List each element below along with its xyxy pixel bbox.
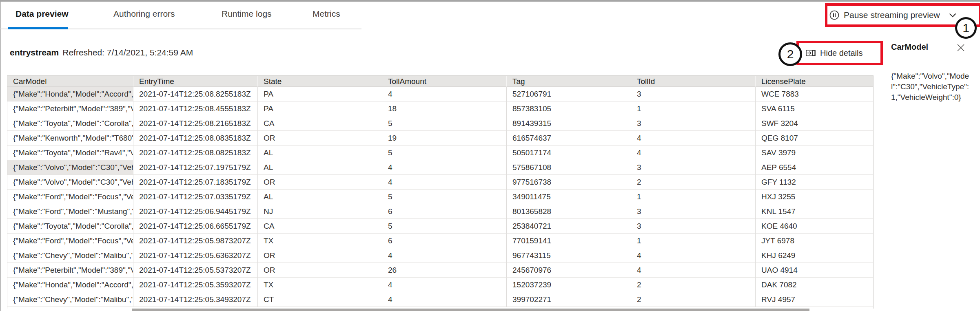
table-cell[interactable]: 977516738 — [507, 175, 631, 190]
table-cell[interactable]: JYT 6978 — [756, 234, 873, 248]
table-cell[interactable]: {"Make":"Toyota","Model":"Rav4","Ve — [7, 146, 133, 160]
table-cell[interactable]: 2021-07-14T12:25:07.0335179Z — [133, 190, 258, 204]
table-cell[interactable]: {"Make":"Volvo","Model":"C30","Veh — [7, 160, 133, 175]
table-cell[interactable]: OR — [258, 248, 382, 263]
table-cell[interactable]: {"Make":"Ford","Model":"Mustang"," — [7, 204, 133, 219]
table-cell[interactable]: 3 — [631, 219, 756, 234]
table-cell[interactable]: DAK 7082 — [756, 278, 873, 292]
table-cell[interactable]: {"Make":"Chevy","Model":"Malibu","V — [7, 248, 133, 263]
table-cell[interactable]: 1 — [631, 234, 756, 248]
table-cell[interactable]: KNL 1547 — [756, 204, 873, 219]
column-header-tollid[interactable]: TollId — [631, 76, 756, 87]
table-cell[interactable]: {"Make":"Volvo","Model":"C30","Veh — [7, 175, 133, 190]
table-cell[interactable]: 4 — [382, 160, 507, 175]
table-cell[interactable]: 527106791 — [507, 87, 631, 101]
table-cell[interactable]: CA — [258, 116, 382, 131]
table-cell[interactable]: 18 — [382, 101, 507, 116]
table-cell[interactable]: PA — [258, 87, 382, 101]
table-cell[interactable]: 4 — [631, 131, 756, 146]
table-cell[interactable]: AL — [258, 160, 382, 175]
column-header-state[interactable]: State — [258, 76, 382, 87]
table-cell[interactable]: {"Make":"Kenworth","Model":"T680", — [7, 131, 133, 146]
table-cell[interactable]: 770159141 — [507, 234, 631, 248]
table-cell[interactable]: 3 — [631, 204, 756, 219]
table-cell[interactable]: 2021-07-14T12:25:05.6363207Z — [133, 248, 258, 263]
table-cell[interactable]: 2021-07-14T12:25:06.9445179Z — [133, 204, 258, 219]
scrollbar-thumb[interactable] — [132, 309, 809, 311]
table-cell[interactable]: 253840721 — [507, 219, 631, 234]
table-cell[interactable]: 4 — [382, 278, 507, 292]
table-cell[interactable]: OR — [258, 263, 382, 278]
table-cell[interactable]: {"Make":"Toyota","Model":"Corolla"," — [7, 116, 133, 131]
table-cell[interactable]: 2021-07-14T12:25:08.2165183Z — [133, 116, 258, 131]
table-cell[interactable]: OR — [258, 175, 382, 190]
table-cell[interactable]: 2021-07-14T12:25:08.0835183Z — [133, 131, 258, 146]
table-cell[interactable]: 2021-07-14T12:25:08.8255183Z — [133, 87, 258, 101]
table-cell[interactable]: 505017174 — [507, 146, 631, 160]
table-cell[interactable]: 399702271 — [507, 292, 631, 307]
table-cell[interactable]: TX — [258, 234, 382, 248]
table-row[interactable]: {"Make":"Chevy","Model":"Malibu","V2021-… — [7, 248, 873, 263]
hide-details-button[interactable]: Hide details — [799, 43, 880, 63]
table-cell[interactable]: GFY 1132 — [756, 175, 873, 190]
table-cell[interactable]: 967743115 — [507, 248, 631, 263]
table-cell[interactable]: 4 — [631, 248, 756, 263]
table-cell[interactable]: WCE 7883 — [756, 87, 873, 101]
table-cell[interactable]: AL — [258, 146, 382, 160]
table-cell[interactable]: UAO 4914 — [756, 263, 873, 278]
table-cell[interactable]: PA — [258, 101, 382, 116]
table-cell[interactable]: RVJ 4957 — [756, 292, 873, 307]
table-cell[interactable]: 4 — [382, 292, 507, 307]
table-cell[interactable]: 3 — [631, 160, 756, 175]
table-cell[interactable]: {"Make":"Ford","Model":"Focus","Veh — [7, 234, 133, 248]
table-cell[interactable]: 19 — [382, 131, 507, 146]
table-cell[interactable]: 4 — [382, 248, 507, 263]
column-header-licenseplate[interactable]: LicensePlate — [756, 76, 873, 87]
table-cell[interactable]: {"Make":"Peterbilt","Model":"389","V — [7, 263, 133, 278]
table-cell[interactable]: CA — [258, 219, 382, 234]
table-cell[interactable]: AEP 6554 — [756, 160, 873, 175]
table-cell[interactable]: 857383105 — [507, 101, 631, 116]
table-cell[interactable]: 2021-07-14T12:25:08.4555183Z — [133, 101, 258, 116]
column-header-carmodel[interactable]: CarModel — [7, 76, 133, 87]
table-cell[interactable]: 1 — [631, 101, 756, 116]
table-cell[interactable]: 5 — [382, 190, 507, 204]
table-row[interactable]: {"Make":"Ford","Model":"Mustang","2021-0… — [7, 204, 873, 219]
table-cell[interactable]: 2 — [631, 278, 756, 292]
table-cell[interactable]: 4 — [631, 146, 756, 160]
column-header-tollamount[interactable]: TollAmount — [382, 76, 507, 87]
table-row[interactable]: {"Make":"Ford","Model":"Focus","Veh2021-… — [7, 190, 873, 204]
table-row[interactable]: {"Make":"Kenworth","Model":"T680",2021-0… — [7, 131, 873, 146]
table-cell[interactable]: CT — [258, 292, 382, 307]
table-cell[interactable]: SAV 3979 — [756, 146, 873, 160]
table-cell[interactable]: 3 — [631, 116, 756, 131]
table-cell[interactable]: AL — [258, 190, 382, 204]
column-header-tag[interactable]: Tag — [507, 76, 631, 87]
table-cell[interactable]: 349011475 — [507, 190, 631, 204]
table-cell[interactable]: 891439315 — [507, 116, 631, 131]
table-cell[interactable]: 801365828 — [507, 204, 631, 219]
table-cell[interactable]: 6 — [382, 234, 507, 248]
table-row[interactable]: {"Make":"Volvo","Model":"C30","Veh2021-0… — [7, 175, 873, 190]
table-row[interactable]: {"Make":"Toyota","Model":"Rav4","Ve2021-… — [7, 146, 873, 160]
table-cell[interactable]: 2021-07-14T12:25:05.3593207Z — [133, 278, 258, 292]
table-cell[interactable]: {"Make":"Honda","Model":"Accord"," — [7, 278, 133, 292]
table-cell[interactable]: 2021-07-14T12:25:05.5373207Z — [133, 263, 258, 278]
table-cell[interactable]: OR — [258, 131, 382, 146]
pause-streaming-preview-button[interactable]: Pause streaming preview — [829, 6, 976, 24]
table-cell[interactable]: 6 — [382, 204, 507, 219]
table-row[interactable]: {"Make":"Honda","Model":"Accord","2021-0… — [7, 278, 873, 292]
tab-metrics[interactable]: Metrics — [313, 9, 340, 19]
tab-authoring-errors[interactable]: Authoring errors — [113, 9, 175, 19]
table-cell[interactable]: 245670976 — [507, 263, 631, 278]
table-cell[interactable]: 575867108 — [507, 160, 631, 175]
table-cell[interactable]: 2021-07-14T12:25:06.6655179Z — [133, 219, 258, 234]
horizontal-scrollbar[interactable] — [7, 309, 874, 311]
tab-data-preview[interactable]: Data preview — [16, 9, 69, 19]
table-cell[interactable]: 5 — [382, 116, 507, 131]
table-row[interactable]: {"Make":"Toyota","Model":"Corolla","2021… — [7, 219, 873, 234]
table-row[interactable]: {"Make":"Peterbilt","Model":"389","V2021… — [7, 263, 873, 278]
table-row[interactable]: {"Make":"Honda","Model":"Accord","2021-0… — [7, 87, 873, 101]
table-cell[interactable]: 2021-07-14T12:25:07.1975179Z — [133, 160, 258, 175]
table-cell[interactable]: SVA 6115 — [756, 101, 873, 116]
